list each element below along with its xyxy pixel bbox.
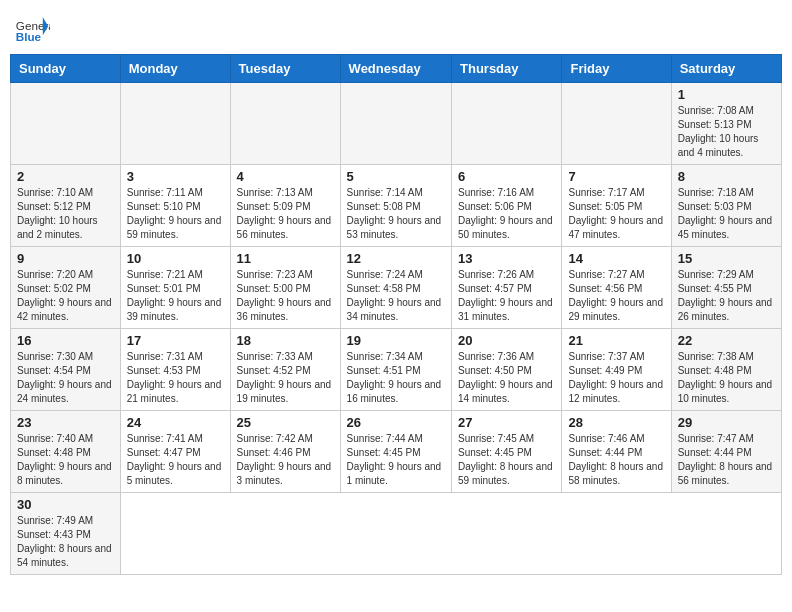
calendar-day-1: 1Sunrise: 7:08 AM Sunset: 5:13 PM Daylig… — [671, 83, 781, 165]
calendar-day-empty — [562, 83, 671, 165]
calendar-day-14: 14Sunrise: 7:27 AM Sunset: 4:56 PM Dayli… — [562, 247, 671, 329]
calendar-day-3: 3Sunrise: 7:11 AM Sunset: 5:10 PM Daylig… — [120, 165, 230, 247]
day-number-20: 20 — [458, 333, 555, 348]
day-number-23: 23 — [17, 415, 114, 430]
day-info-15: Sunrise: 7:29 AM Sunset: 4:55 PM Dayligh… — [678, 268, 775, 324]
calendar-day-29: 29Sunrise: 7:47 AM Sunset: 4:44 PM Dayli… — [671, 411, 781, 493]
logo-icon: General Blue — [14, 10, 50, 46]
day-info-27: Sunrise: 7:45 AM Sunset: 4:45 PM Dayligh… — [458, 432, 555, 488]
calendar-day-2: 2Sunrise: 7:10 AM Sunset: 5:12 PM Daylig… — [11, 165, 121, 247]
day-info-24: Sunrise: 7:41 AM Sunset: 4:47 PM Dayligh… — [127, 432, 224, 488]
day-number-30: 30 — [17, 497, 114, 512]
day-info-21: Sunrise: 7:37 AM Sunset: 4:49 PM Dayligh… — [568, 350, 664, 406]
day-info-14: Sunrise: 7:27 AM Sunset: 4:56 PM Dayligh… — [568, 268, 664, 324]
calendar-day-6: 6Sunrise: 7:16 AM Sunset: 5:06 PM Daylig… — [452, 165, 562, 247]
day-number-25: 25 — [237, 415, 334, 430]
weekday-header-sunday: Sunday — [11, 55, 121, 83]
weekday-header-thursday: Thursday — [452, 55, 562, 83]
calendar-day-empty — [120, 83, 230, 165]
day-number-5: 5 — [347, 169, 445, 184]
calendar: SundayMondayTuesdayWednesdayThursdayFrid… — [10, 54, 782, 575]
day-number-1: 1 — [678, 87, 775, 102]
calendar-day-empty — [230, 83, 340, 165]
calendar-day-30: 30Sunrise: 7:49 AM Sunset: 4:43 PM Dayli… — [11, 493, 121, 575]
calendar-day-22: 22Sunrise: 7:38 AM Sunset: 4:48 PM Dayli… — [671, 329, 781, 411]
day-number-17: 17 — [127, 333, 224, 348]
day-info-5: Sunrise: 7:14 AM Sunset: 5:08 PM Dayligh… — [347, 186, 445, 242]
day-info-12: Sunrise: 7:24 AM Sunset: 4:58 PM Dayligh… — [347, 268, 445, 324]
day-number-18: 18 — [237, 333, 334, 348]
calendar-day-9: 9Sunrise: 7:20 AM Sunset: 5:02 PM Daylig… — [11, 247, 121, 329]
calendar-row-5: 30Sunrise: 7:49 AM Sunset: 4:43 PM Dayli… — [11, 493, 782, 575]
day-number-26: 26 — [347, 415, 445, 430]
day-number-24: 24 — [127, 415, 224, 430]
calendar-day-18: 18Sunrise: 7:33 AM Sunset: 4:52 PM Dayli… — [230, 329, 340, 411]
weekday-header-wednesday: Wednesday — [340, 55, 451, 83]
calendar-day-25: 25Sunrise: 7:42 AM Sunset: 4:46 PM Dayli… — [230, 411, 340, 493]
logo: General Blue — [14, 10, 50, 46]
day-info-25: Sunrise: 7:42 AM Sunset: 4:46 PM Dayligh… — [237, 432, 334, 488]
day-number-22: 22 — [678, 333, 775, 348]
calendar-day-16: 16Sunrise: 7:30 AM Sunset: 4:54 PM Dayli… — [11, 329, 121, 411]
day-number-6: 6 — [458, 169, 555, 184]
day-info-1: Sunrise: 7:08 AM Sunset: 5:13 PM Dayligh… — [678, 104, 775, 160]
day-info-29: Sunrise: 7:47 AM Sunset: 4:44 PM Dayligh… — [678, 432, 775, 488]
day-info-30: Sunrise: 7:49 AM Sunset: 4:43 PM Dayligh… — [17, 514, 114, 570]
day-info-22: Sunrise: 7:38 AM Sunset: 4:48 PM Dayligh… — [678, 350, 775, 406]
day-info-6: Sunrise: 7:16 AM Sunset: 5:06 PM Dayligh… — [458, 186, 555, 242]
calendar-day-10: 10Sunrise: 7:21 AM Sunset: 5:01 PM Dayli… — [120, 247, 230, 329]
calendar-day-4: 4Sunrise: 7:13 AM Sunset: 5:09 PM Daylig… — [230, 165, 340, 247]
day-number-3: 3 — [127, 169, 224, 184]
day-info-28: Sunrise: 7:46 AM Sunset: 4:44 PM Dayligh… — [568, 432, 664, 488]
day-number-14: 14 — [568, 251, 664, 266]
day-info-3: Sunrise: 7:11 AM Sunset: 5:10 PM Dayligh… — [127, 186, 224, 242]
day-info-18: Sunrise: 7:33 AM Sunset: 4:52 PM Dayligh… — [237, 350, 334, 406]
weekday-header-tuesday: Tuesday — [230, 55, 340, 83]
day-info-2: Sunrise: 7:10 AM Sunset: 5:12 PM Dayligh… — [17, 186, 114, 242]
day-number-12: 12 — [347, 251, 445, 266]
day-info-20: Sunrise: 7:36 AM Sunset: 4:50 PM Dayligh… — [458, 350, 555, 406]
day-number-21: 21 — [568, 333, 664, 348]
day-info-23: Sunrise: 7:40 AM Sunset: 4:48 PM Dayligh… — [17, 432, 114, 488]
day-number-8: 8 — [678, 169, 775, 184]
weekday-header-saturday: Saturday — [671, 55, 781, 83]
header: General Blue — [10, 10, 782, 46]
calendar-day-27: 27Sunrise: 7:45 AM Sunset: 4:45 PM Dayli… — [452, 411, 562, 493]
day-info-10: Sunrise: 7:21 AM Sunset: 5:01 PM Dayligh… — [127, 268, 224, 324]
weekday-header-row: SundayMondayTuesdayWednesdayThursdayFrid… — [11, 55, 782, 83]
calendar-day-empty — [11, 83, 121, 165]
day-number-11: 11 — [237, 251, 334, 266]
calendar-day-12: 12Sunrise: 7:24 AM Sunset: 4:58 PM Dayli… — [340, 247, 451, 329]
day-info-8: Sunrise: 7:18 AM Sunset: 5:03 PM Dayligh… — [678, 186, 775, 242]
day-info-11: Sunrise: 7:23 AM Sunset: 5:00 PM Dayligh… — [237, 268, 334, 324]
day-number-7: 7 — [568, 169, 664, 184]
day-number-28: 28 — [568, 415, 664, 430]
day-info-9: Sunrise: 7:20 AM Sunset: 5:02 PM Dayligh… — [17, 268, 114, 324]
day-info-16: Sunrise: 7:30 AM Sunset: 4:54 PM Dayligh… — [17, 350, 114, 406]
weekday-header-monday: Monday — [120, 55, 230, 83]
calendar-row-1: 2Sunrise: 7:10 AM Sunset: 5:12 PM Daylig… — [11, 165, 782, 247]
calendar-day-empty — [340, 83, 451, 165]
day-number-27: 27 — [458, 415, 555, 430]
day-number-19: 19 — [347, 333, 445, 348]
day-info-19: Sunrise: 7:34 AM Sunset: 4:51 PM Dayligh… — [347, 350, 445, 406]
day-number-2: 2 — [17, 169, 114, 184]
day-info-7: Sunrise: 7:17 AM Sunset: 5:05 PM Dayligh… — [568, 186, 664, 242]
day-number-4: 4 — [237, 169, 334, 184]
weekday-header-friday: Friday — [562, 55, 671, 83]
day-number-29: 29 — [678, 415, 775, 430]
day-info-13: Sunrise: 7:26 AM Sunset: 4:57 PM Dayligh… — [458, 268, 555, 324]
calendar-day-20: 20Sunrise: 7:36 AM Sunset: 4:50 PM Dayli… — [452, 329, 562, 411]
day-number-15: 15 — [678, 251, 775, 266]
calendar-day-empty — [452, 83, 562, 165]
day-number-9: 9 — [17, 251, 114, 266]
calendar-day-23: 23Sunrise: 7:40 AM Sunset: 4:48 PM Dayli… — [11, 411, 121, 493]
calendar-day-15: 15Sunrise: 7:29 AM Sunset: 4:55 PM Dayli… — [671, 247, 781, 329]
day-info-17: Sunrise: 7:31 AM Sunset: 4:53 PM Dayligh… — [127, 350, 224, 406]
day-number-10: 10 — [127, 251, 224, 266]
calendar-day-28: 28Sunrise: 7:46 AM Sunset: 4:44 PM Dayli… — [562, 411, 671, 493]
calendar-row-3: 16Sunrise: 7:30 AM Sunset: 4:54 PM Dayli… — [11, 329, 782, 411]
calendar-day-13: 13Sunrise: 7:26 AM Sunset: 4:57 PM Dayli… — [452, 247, 562, 329]
calendar-day-24: 24Sunrise: 7:41 AM Sunset: 4:47 PM Dayli… — [120, 411, 230, 493]
calendar-row-0: 1Sunrise: 7:08 AM Sunset: 5:13 PM Daylig… — [11, 83, 782, 165]
